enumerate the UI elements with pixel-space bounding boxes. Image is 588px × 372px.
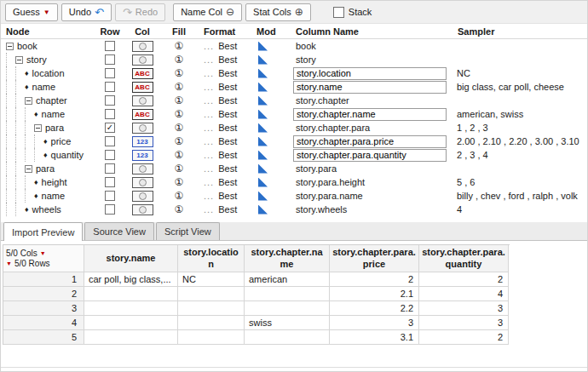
format-value[interactable]: Best xyxy=(218,136,237,146)
column-name-input[interactable] xyxy=(293,135,447,148)
continuous-modeling-icon[interactable] xyxy=(258,192,268,201)
fill-one-icon[interactable]: ① xyxy=(175,123,184,133)
clock-icon[interactable] xyxy=(132,191,153,202)
guess-button[interactable]: Guess ▼ xyxy=(5,3,58,21)
continuous-modeling-icon[interactable] xyxy=(258,69,268,78)
row-checkbox[interactable] xyxy=(105,204,115,215)
row-checkbox[interactable] xyxy=(105,177,115,187)
format-value[interactable]: Best xyxy=(218,150,237,160)
format-value[interactable]: Best xyxy=(218,82,237,92)
tree-node-location[interactable]: location xyxy=(1,66,96,80)
fill-one-icon[interactable]: ① xyxy=(175,204,184,215)
collapse-icon[interactable] xyxy=(25,165,32,173)
tree-node-chapter-para[interactable]: para xyxy=(1,121,96,134)
collapse-icon[interactable] xyxy=(34,124,42,132)
row-checkbox[interactable] xyxy=(105,95,115,106)
continuous-modeling-icon[interactable] xyxy=(258,151,268,160)
clock-icon[interactable] xyxy=(132,95,153,106)
redo-button[interactable]: ↷ Redo xyxy=(115,3,165,21)
tree-node-para[interactable]: para xyxy=(1,162,96,175)
tab-script-view[interactable]: Script View xyxy=(156,222,220,240)
fill-one-icon[interactable]: ① xyxy=(175,82,184,92)
format-value[interactable]: Best xyxy=(218,123,237,133)
column-name-input[interactable] xyxy=(293,81,447,94)
row-checkbox[interactable]: ✓ xyxy=(105,123,115,133)
continuous-modeling-icon[interactable] xyxy=(258,123,268,133)
tree-node-price[interactable]: price xyxy=(1,134,96,148)
numeric-type-icon[interactable]: 123 xyxy=(132,150,153,161)
tree-node-chapter-name[interactable]: name xyxy=(1,107,96,121)
format-value[interactable]: Best xyxy=(218,95,237,106)
tree-node-height[interactable]: height xyxy=(1,175,96,189)
format-more-button[interactable]: ... xyxy=(204,136,214,146)
format-more-button[interactable]: ... xyxy=(204,41,214,51)
row-checkbox[interactable] xyxy=(105,54,115,65)
format-value[interactable]: Best xyxy=(218,191,237,201)
format-more-button[interactable]: ... xyxy=(204,191,214,201)
fill-one-icon[interactable]: ① xyxy=(175,95,184,106)
format-more-button[interactable]: ... xyxy=(204,82,214,92)
row-checkbox[interactable] xyxy=(105,150,115,160)
column-name-input[interactable] xyxy=(293,149,447,162)
continuous-modeling-icon[interactable] xyxy=(258,42,268,51)
format-more-button[interactable]: ... xyxy=(204,109,214,119)
row-checkbox[interactable] xyxy=(105,136,115,146)
undo-button[interactable]: Undo ↶ xyxy=(61,3,112,21)
continuous-modeling-icon[interactable] xyxy=(258,83,268,92)
continuous-modeling-icon[interactable] xyxy=(258,164,268,174)
format-value[interactable]: Best xyxy=(218,68,237,78)
column-name-input[interactable] xyxy=(293,108,447,121)
format-value[interactable]: Best xyxy=(218,177,237,187)
format-more-button[interactable]: ... xyxy=(204,163,214,174)
collapse-icon[interactable] xyxy=(25,97,32,105)
row-checkbox[interactable] xyxy=(105,41,115,51)
continuous-modeling-icon[interactable] xyxy=(258,110,268,119)
format-value[interactable]: Best xyxy=(218,41,237,51)
row-checkbox[interactable] xyxy=(105,68,115,78)
continuous-modeling-icon[interactable] xyxy=(258,55,268,65)
format-more-button[interactable]: ... xyxy=(204,204,214,215)
name-col-button[interactable]: Name Col ⊖ xyxy=(173,3,242,21)
continuous-modeling-icon[interactable] xyxy=(258,205,268,215)
continuous-modeling-icon[interactable] xyxy=(258,96,268,106)
collapse-icon[interactable] xyxy=(6,43,14,50)
row-checkbox[interactable] xyxy=(105,163,115,174)
character-type-icon[interactable]: ABC xyxy=(132,109,153,120)
tree-node-wheels[interactable]: wheels xyxy=(1,203,96,216)
fill-one-icon[interactable]: ① xyxy=(175,54,184,65)
format-value[interactable]: Best xyxy=(218,109,237,119)
fill-one-icon[interactable]: ① xyxy=(175,177,184,187)
fill-one-icon[interactable]: ① xyxy=(175,109,184,119)
fill-one-icon[interactable]: ① xyxy=(175,191,184,201)
format-value[interactable]: Best xyxy=(218,204,237,215)
fill-one-icon[interactable]: ① xyxy=(175,136,184,146)
format-more-button[interactable]: ... xyxy=(204,95,214,106)
stack-checkbox[interactable] xyxy=(333,7,344,18)
column-name-input[interactable] xyxy=(293,67,447,80)
continuous-modeling-icon[interactable] xyxy=(258,137,268,146)
clock-icon[interactable] xyxy=(132,41,153,52)
format-more-button[interactable]: ... xyxy=(204,150,214,160)
tree-node-book[interactable]: book xyxy=(1,39,96,53)
tree-node-name[interactable]: name xyxy=(1,80,96,94)
fill-one-icon[interactable]: ① xyxy=(175,163,184,174)
tree-node-story[interactable]: story xyxy=(1,53,96,66)
format-value[interactable]: Best xyxy=(218,54,237,65)
numeric-type-icon[interactable]: 123 xyxy=(132,136,153,147)
fill-one-icon[interactable]: ① xyxy=(175,41,184,51)
stat-cols-button[interactable]: Stat Cols ⊕ xyxy=(245,3,311,21)
tab-source-view[interactable]: Source View xyxy=(84,222,154,240)
clock-icon[interactable] xyxy=(132,163,153,175)
clock-icon[interactable] xyxy=(132,54,153,66)
clock-icon[interactable] xyxy=(132,177,153,188)
clock-icon[interactable] xyxy=(132,204,153,215)
row-checkbox[interactable] xyxy=(105,109,115,119)
format-more-button[interactable]: ... xyxy=(204,177,214,187)
character-type-icon[interactable]: ABC xyxy=(132,68,153,79)
tree-node-chapter[interactable]: chapter xyxy=(1,94,96,107)
row-checkbox[interactable] xyxy=(105,191,115,201)
tab-import-preview[interactable]: Import Preview xyxy=(3,222,83,241)
format-more-button[interactable]: ... xyxy=(204,54,214,65)
character-type-icon[interactable]: ABC xyxy=(132,82,153,93)
format-more-button[interactable]: ... xyxy=(204,123,214,133)
